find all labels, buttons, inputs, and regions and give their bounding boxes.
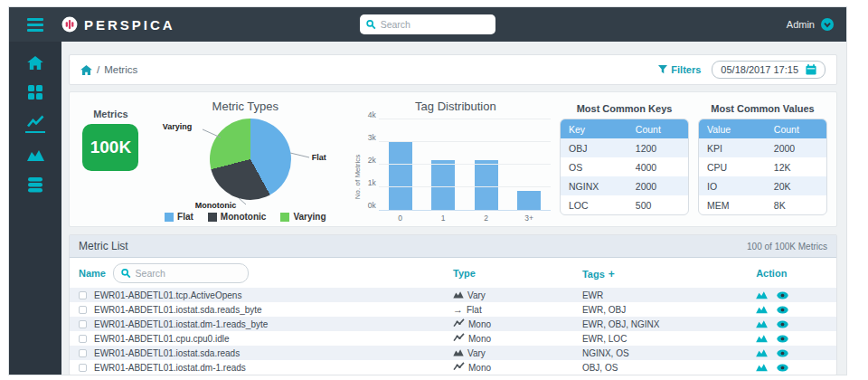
mini-table-header: ValueCount xyxy=(699,119,826,138)
y-tick-label: 0k xyxy=(368,201,376,210)
global-search[interactable] xyxy=(360,14,495,34)
metric-tags: EWR, OBJ, NGINX xyxy=(582,319,756,329)
row-checkbox[interactable] xyxy=(79,306,87,314)
filter-icon xyxy=(658,65,667,74)
bar[interactable] xyxy=(431,160,455,210)
view-chart-action-icon[interactable] xyxy=(756,348,768,357)
values-table-title: Most Common Values xyxy=(698,103,827,114)
metric-search[interactable] xyxy=(113,263,249,283)
mini-table-header: KeyCount xyxy=(561,119,688,138)
metric-name: EWR01-ABDETL01.iostat.dm-1.reads_byte xyxy=(94,319,268,329)
table-row[interactable]: EWR01-ABDETL01.iostat.sda.reads_byte →Fl… xyxy=(70,302,836,317)
y-tick-label: 3k xyxy=(368,133,376,142)
pie-label-monotonic: Monotonic xyxy=(195,201,237,210)
app-logo[interactable]: PERSPICA xyxy=(61,16,175,33)
eye-action-icon[interactable] xyxy=(777,320,788,328)
pie-label-varying: Varying xyxy=(163,122,193,131)
row-checkbox[interactable] xyxy=(79,364,87,372)
chevron-down-icon xyxy=(821,18,834,31)
breadcrumb-page: Metrics xyxy=(104,64,137,75)
y-tick-label: 4k xyxy=(368,110,376,119)
most-common-keys-block: Most Common Keys KeyCountOBJ1200OS4000NG… xyxy=(560,100,689,223)
row-checkbox[interactable] xyxy=(79,291,87,299)
column-header-name[interactable]: Name xyxy=(79,268,106,279)
eye-action-icon[interactable] xyxy=(777,335,788,343)
dashboard-grid-icon xyxy=(28,85,42,100)
x-tick-label: 3+ xyxy=(517,214,541,223)
eye-action-icon[interactable] xyxy=(777,349,788,357)
search-icon xyxy=(366,19,376,30)
perspica-logo-icon xyxy=(61,16,78,33)
view-chart-action-icon[interactable] xyxy=(756,319,768,328)
metric-name: EWR01-ABDETL01.iostat.sda.reads xyxy=(94,348,240,358)
metric-type: Vary xyxy=(453,348,582,358)
table-row[interactable]: EWR01-ABDETL01.iostat.sda.reads Vary NGI… xyxy=(70,346,836,360)
add-tag-button[interactable]: + xyxy=(609,268,615,280)
metric-list-panel: Metric List 100 of 100K Metrics Name Typ… xyxy=(69,234,837,375)
global-search-input[interactable] xyxy=(381,19,489,30)
metric-tags: EWR, OBJ xyxy=(582,305,756,315)
row-checkbox[interactable] xyxy=(79,349,87,357)
main-content: / Metrics Filters 05/18/2017 17:15 xyxy=(61,42,846,375)
values-table: ValueCountKPI2000CPU12KIO20KMEM8K xyxy=(698,119,827,215)
filters-button[interactable]: Filters xyxy=(658,64,701,75)
area-chart-icon xyxy=(27,148,44,162)
bar-chart-block: Tag Distribution No. of Metrics 0k1k2k3k… xyxy=(352,100,560,223)
bar[interactable] xyxy=(517,191,541,210)
metric-name: EWR01-ABDETL01.cpu.cpu0.idle xyxy=(94,334,230,344)
mini-table-row: NGINX2000 xyxy=(561,176,688,195)
y-tick-label: 1k xyxy=(368,178,376,187)
sidebar-item-data[interactable] xyxy=(28,177,42,193)
hamburger-menu-button[interactable] xyxy=(9,18,61,32)
gridline xyxy=(379,119,551,119)
home-icon[interactable] xyxy=(80,65,92,75)
metric-tags: NGINX, OS xyxy=(582,348,756,358)
column-header-type[interactable]: Type xyxy=(453,268,476,279)
database-icon xyxy=(28,177,42,193)
view-chart-action-icon[interactable] xyxy=(756,363,768,372)
metrics-summary-value: 100K xyxy=(82,124,138,171)
x-tick-label: 0 xyxy=(389,214,412,223)
row-checkbox[interactable] xyxy=(79,320,87,328)
metric-name: EWR01-ABDETL01.iostat.dm-1.reads xyxy=(94,363,246,373)
line-chart-icon xyxy=(453,318,465,329)
view-chart-action-icon[interactable] xyxy=(756,334,768,343)
eye-action-icon[interactable] xyxy=(777,291,788,299)
mini-table-row: KPI2000 xyxy=(699,138,826,157)
legend-swatch xyxy=(280,213,289,222)
sidebar-item-anomalies[interactable] xyxy=(27,148,44,162)
sidebar-item-home[interactable] xyxy=(27,56,43,70)
mini-table-row: MEM8K xyxy=(699,195,826,214)
row-checkbox[interactable] xyxy=(79,335,87,343)
bar-column xyxy=(431,120,455,210)
hamburger-icon xyxy=(27,18,43,32)
metric-name: EWR01-ABDETL01.iostat.sda.reads_byte xyxy=(94,305,262,315)
metric-type: Mono xyxy=(453,333,582,344)
table-row[interactable]: EWR01-ABDETL01.tcp.ActiveOpens Vary EWR xyxy=(70,288,836,302)
most-common-values-block: Most Common Values ValueCountKPI2000CPU1… xyxy=(698,100,827,223)
brand-name: PERSPICA xyxy=(84,17,175,33)
eye-action-icon[interactable] xyxy=(777,364,788,372)
bar[interactable] xyxy=(389,142,412,210)
charts-panel: Metrics 100K Metric Types Varying Flat xyxy=(69,91,837,227)
view-chart-action-icon[interactable] xyxy=(756,305,768,314)
table-row[interactable]: EWR01-ABDETL01.iostat.dm-1.reads_byte Mo… xyxy=(70,317,836,331)
metric-search-input[interactable] xyxy=(136,268,241,279)
eye-action-icon[interactable] xyxy=(777,306,788,314)
mini-table-row: LOC500 xyxy=(561,195,688,214)
table-row[interactable]: EWR01-ABDETL01.iostat.dm-1.reads Mono OB… xyxy=(70,360,836,375)
datetime-value: 05/18/2017 17:15 xyxy=(721,64,798,75)
table-row[interactable]: EWR01-ABDETL01.cpu.cpu0.idle Mono EWR, L… xyxy=(70,331,836,346)
bar-column xyxy=(475,120,498,210)
user-menu[interactable]: Admin xyxy=(787,18,846,31)
sidebar-item-dashboard[interactable] xyxy=(28,85,42,100)
sidebar-item-metrics[interactable] xyxy=(25,115,45,133)
datetime-picker[interactable]: 05/18/2017 17:15 xyxy=(712,61,826,79)
keys-table: KeyCountOBJ1200OS4000NGINX2000LOC500 xyxy=(560,119,689,215)
search-icon xyxy=(121,268,131,279)
view-chart-action-icon[interactable] xyxy=(756,290,768,299)
metric-type: Vary xyxy=(453,290,582,300)
column-header-tags[interactable]: Tags xyxy=(582,269,605,280)
bar[interactable] xyxy=(475,160,498,210)
metric-list-count: 100 of 100K Metrics xyxy=(747,242,827,252)
